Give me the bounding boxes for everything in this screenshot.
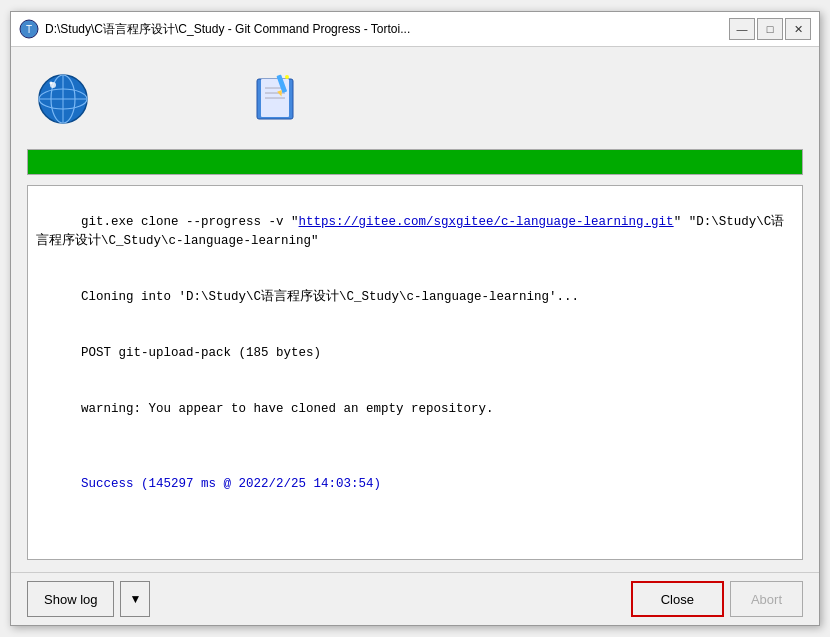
log-success-message: Success (145297 ms @ 2022/2/25 14:03:54) <box>81 477 381 491</box>
bottom-toolbar: Show log ▼ Close Abort <box>11 572 819 625</box>
log-line2: Cloning into 'D:\Study\C语言程序设计\C_Study\c… <box>81 290 579 304</box>
window-close-button[interactable]: ✕ <box>785 18 811 40</box>
progress-bar-container <box>27 149 803 175</box>
app-icon: T <box>19 19 39 39</box>
title-bar: T D:\Study\C语言程序设计\C_Study - Git Command… <box>11 12 819 47</box>
show-log-button[interactable]: Show log <box>27 581 114 617</box>
window-controls: — □ ✕ <box>729 18 811 40</box>
top-icons-area <box>27 59 803 139</box>
close-button[interactable]: Close <box>631 581 724 617</box>
window-title: D:\Study\C语言程序设计\C_Study - Git Command P… <box>45 21 723 38</box>
svg-point-8 <box>50 82 53 85</box>
svg-text:T: T <box>26 24 32 35</box>
main-window: T D:\Study\C语言程序设计\C_Study - Git Command… <box>10 11 820 626</box>
log-line4: warning: You appear to have cloned an em… <box>81 402 494 416</box>
log-line3: POST git-upload-pack (185 bytes) <box>81 346 321 360</box>
show-log-dropdown-button[interactable]: ▼ <box>120 581 150 617</box>
minimize-button[interactable]: — <box>729 18 755 40</box>
log-repo-link[interactable]: https://gitee.com/sgxgitee/c-language-le… <box>299 215 674 229</box>
abort-button[interactable]: Abort <box>730 581 803 617</box>
notebook-icon <box>249 73 301 125</box>
log-output-area: git.exe clone --progress -v "https://git… <box>27 185 803 560</box>
svg-point-16 <box>285 75 289 79</box>
globe-icon <box>37 73 89 125</box>
log-line1-prefix: git.exe clone --progress -v " <box>81 215 299 229</box>
progress-bar-fill <box>28 150 802 174</box>
window-content: git.exe clone --progress -v "https://git… <box>11 47 819 572</box>
maximize-button[interactable]: □ <box>757 18 783 40</box>
